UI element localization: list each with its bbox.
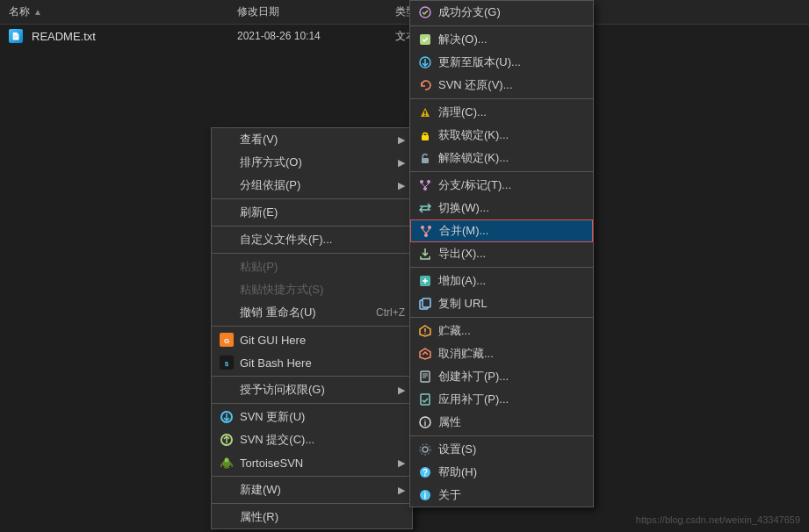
menu-label-apply-patch: 应用补丁(P)... (438, 392, 586, 407)
menu-label-copy-url: 复制 URL (438, 296, 586, 312)
col-name-label: 名称 (9, 4, 30, 19)
menu-item-apply-patch[interactable]: 应用补丁(P)... (410, 388, 593, 411)
release-lock-icon (417, 150, 433, 166)
menu-label-branch-success: 成功分支(G) (438, 4, 586, 20)
help-icon: ? (417, 464, 433, 480)
branch-tag-icon (417, 177, 433, 193)
menu-label-cleanup: 清理(C)... (438, 104, 586, 120)
switch-icon (417, 200, 433, 216)
resolve-icon (417, 32, 433, 47)
svn-commit-icon (219, 432, 235, 448)
menu-label-paste: 粘贴(P) (240, 259, 405, 275)
watermark: https://blog.csdn.net/weixin_43347659 (636, 514, 800, 525)
menu-item-settings[interactable]: 设置(S) (410, 438, 593, 461)
menu-item-about[interactable]: i 关于 (410, 484, 593, 507)
menu-item-add[interactable]: 增加(A)... (410, 270, 593, 292)
menu-item-view[interactable]: 查看(V) ▶ (212, 128, 412, 151)
menu-item-unstash[interactable]: 取消贮藏... (410, 342, 593, 365)
menu-label-tortoise: TortoiseSVN (240, 457, 394, 470)
menu-item-props[interactable]: i 属性 (410, 411, 593, 434)
stash-icon (417, 323, 433, 339)
svg-line-23 (423, 229, 426, 234)
export-icon (417, 246, 433, 262)
menu-item-paste-shortcut[interactable]: 粘贴快捷方式(S) (212, 278, 412, 301)
menu-item-copy-url[interactable]: 复制 URL (410, 292, 593, 315)
menu-label-git-gui: Git GUI Here (240, 334, 405, 347)
menu-item-release-lock[interactable]: 解除锁定(K)... (410, 147, 593, 169)
about-icon: i (417, 487, 433, 503)
menu-label-branch-tag: 分支/标记(T)... (438, 177, 586, 193)
menu-label-revert: SVN 还原(V)... (438, 77, 586, 93)
menu-label-export: 导出(X)... (438, 246, 586, 262)
menu-item-branch-tag[interactable]: 分支/标记(T)... (410, 174, 593, 197)
menu-label-stash: 贮藏... (438, 323, 586, 339)
svg-text:$: $ (225, 360, 229, 368)
menu-item-merge[interactable]: 合并(M)... (410, 219, 593, 242)
sort-icon (219, 155, 235, 170)
menu-item-properties[interactable]: 属性(R) (212, 506, 412, 528)
menu-item-revert[interactable]: SVN 还原(V)... (410, 74, 593, 97)
menu-item-sort[interactable]: 排序方式(O) ▶ (212, 151, 412, 174)
branch-success-icon (417, 4, 433, 20)
menu-item-svn-commit[interactable]: SVN 提交(C)... (212, 428, 412, 451)
menu-item-customize[interactable]: 自定义文件夹(F)... (212, 228, 412, 251)
menu-item-git-bash[interactable]: $ Git Bash Here (212, 351, 412, 374)
svg-rect-13 (422, 135, 429, 140)
group-icon (219, 177, 235, 193)
menu-item-git-gui[interactable]: G Git GUI Here (212, 328, 412, 351)
view-icon (219, 132, 235, 147)
menu-item-update-rev[interactable]: 更新至版本(U)... (410, 51, 593, 74)
add-icon (417, 273, 433, 289)
left-context-menu: 查看(V) ▶ 排序方式(O) ▶ 分组依据(P) ▶ 刷新(E) 自定义文件夹… (211, 127, 413, 529)
svg-point-42 (420, 444, 430, 455)
svn-update-icon (219, 409, 235, 425)
new-arrow: ▶ (398, 485, 405, 496)
menu-item-undo[interactable]: 撤销 重命名(U) Ctrl+Z (212, 301, 412, 324)
svg-point-12 (424, 115, 426, 117)
undo-shortcut: Ctrl+Z (376, 306, 405, 319)
create-patch-icon (417, 369, 433, 385)
svg-text:i: i (424, 491, 427, 500)
watermark-text: https://blog.csdn.net/weixin_43347659 (636, 514, 800, 525)
menu-item-create-patch[interactable]: 创建补丁(P)... (410, 365, 593, 388)
menu-item-cleanup[interactable]: 清理(C)... (410, 101, 593, 124)
git-bash-icon: $ (219, 355, 235, 370)
menu-item-resolve[interactable]: 解决(O)... (410, 28, 593, 51)
paste-icon (219, 259, 235, 275)
menu-item-paste[interactable]: 粘贴(P) (212, 255, 412, 278)
menu-item-svn-update[interactable]: SVN 更新(U) (212, 406, 412, 428)
menu-item-group[interactable]: 分组依据(P) ▶ (212, 174, 412, 197)
svg-marker-33 (420, 349, 430, 359)
menu-item-branch-success[interactable]: 成功分支(G) (410, 1, 593, 24)
cleanup-icon (417, 104, 433, 120)
menu-item-switch[interactable]: 切换(W)... (410, 197, 593, 219)
new-icon (219, 482, 235, 498)
menu-label-refresh: 刷新(E) (240, 205, 405, 220)
menu-label-switch: 切换(W)... (438, 200, 586, 216)
menu-label-access: 授予访问权限(G) (240, 382, 394, 398)
copy-url-icon (417, 296, 433, 312)
svg-rect-34 (421, 371, 430, 382)
menu-item-new[interactable]: 新建(W) ▶ (212, 478, 412, 501)
menu-item-refresh[interactable]: 刷新(E) (212, 201, 412, 224)
menu-item-export[interactable]: 导出(X)... (410, 242, 593, 265)
menu-label-create-patch: 创建补丁(P)... (438, 369, 586, 385)
rsep6 (410, 435, 593, 436)
col-date-header: 修改日期 (228, 4, 386, 19)
refresh-icon (219, 205, 235, 220)
menu-item-tortoise[interactable]: TortoiseSVN ▶ (212, 451, 412, 474)
menu-item-access[interactable]: 授予访问权限(G) ▶ (212, 378, 412, 401)
menu-label-new: 新建(W) (240, 482, 394, 498)
menu-item-stash[interactable]: 贮藏... (410, 320, 593, 342)
rsep2 (410, 98, 593, 99)
rsep1 (410, 25, 593, 26)
file-row-readme[interactable]: 📄 README.txt 2021-08-26 10:14 文本文件 (0, 25, 809, 47)
file-icon: 📄 (9, 29, 23, 43)
svg-line-24 (426, 229, 430, 234)
menu-item-get-lock[interactable]: 获取锁定(K)... (410, 124, 593, 147)
menu-item-help[interactable]: ? 帮助(H) (410, 461, 593, 484)
update-rev-icon (417, 54, 433, 70)
menu-label-update-rev: 更新至版本(U)... (438, 54, 586, 70)
paste-shortcut-icon (219, 282, 235, 298)
undo-icon (219, 305, 235, 320)
